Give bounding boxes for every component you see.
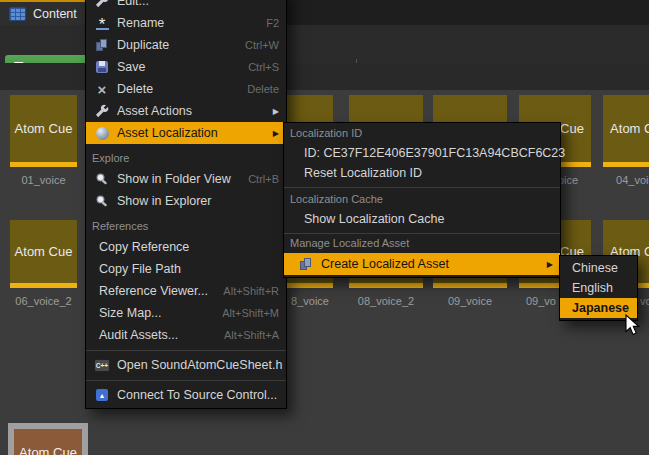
shortcut-label: Ctrl+W xyxy=(235,39,279,51)
pages-icon xyxy=(298,258,314,271)
menu-item-label: Reference Viewer... xyxy=(99,284,208,298)
menu-separator xyxy=(284,229,560,237)
asset-tile[interactable]: Atom Cue04_voic xyxy=(603,95,649,167)
submenu-arrow-icon: ▶ xyxy=(265,107,279,116)
menu-item-create-localized-asset[interactable]: Create Localized Asset▶ xyxy=(284,253,560,275)
menu-item-show-in-explorer[interactable]: Show in Explorer xyxy=(86,190,286,212)
menu-section-localization-cache: Localization Cache xyxy=(284,191,560,209)
menu-item-duplicate[interactable]: DuplicateCtrl+W xyxy=(86,34,286,56)
menu-item-delete[interactable]: ×DeleteDelete xyxy=(86,78,286,100)
asset-tile-label: 08_voice_2 xyxy=(349,295,423,307)
menu-item-label: Delete xyxy=(117,82,153,96)
asset-thumbnail-text: Atom Cue xyxy=(610,121,649,136)
menu-item-label: Size Map... xyxy=(99,306,162,320)
asset-localization-submenu: Localization IDID: CE37F12E406E37901FC13… xyxy=(283,122,561,278)
asset-thumbnail: Atom Cue Sheet xyxy=(14,429,82,455)
asset-tile-selected[interactable]: Atom Cue Sheet Atom09_ Localized Sounds xyxy=(8,423,88,455)
unreal-content-browser: { "tab_bar": { "tab": { "label": "Conten… xyxy=(0,0,649,455)
content-grid-icon xyxy=(9,7,26,21)
menu-item-label: Save xyxy=(117,60,146,74)
asset-type-color-bar xyxy=(10,162,77,167)
magnifier-icon xyxy=(94,194,110,208)
menu-item-label: Show in Explorer xyxy=(117,194,212,208)
menu-item-reset-localization-id[interactable]: Reset Localization ID xyxy=(284,163,560,183)
menu-item-id-ce37f12e406e37901fc13a94cbcf6c23[interactable]: ID: CE37F12E406E37901FC13A94CBCF6C23 xyxy=(284,143,560,163)
menu-item-copy-reference[interactable]: Copy Reference xyxy=(86,236,286,258)
magnifier-icon xyxy=(94,172,110,186)
asset-tile[interactable]: Atom Cue06_voice_2 xyxy=(10,220,77,288)
asset-type-color-bar xyxy=(603,162,649,167)
submenu-arrow-icon: ▶ xyxy=(265,129,279,138)
menu-item-save[interactable]: SaveCtrl+S xyxy=(86,56,286,78)
asset-tile-label: 04_voic xyxy=(599,174,649,186)
menu-item-edit[interactable]: Edit... xyxy=(86,0,286,12)
shortcut-label: F2 xyxy=(256,17,279,29)
shortcut-label: Alt+Shift+M xyxy=(212,307,279,319)
tab-content[interactable]: Content xyxy=(0,0,88,25)
menu-item-label: Open SoundAtomCueSheet.h xyxy=(117,358,282,372)
rename-icon: * xyxy=(94,16,110,30)
menu-item-label: English xyxy=(572,281,613,295)
shortcut-label: Alt+Shift+R xyxy=(213,285,279,297)
menu-item-reference-viewer[interactable]: Reference Viewer...Alt+Shift+R xyxy=(86,280,286,302)
menu-separator xyxy=(86,346,286,354)
menu-item-label: Japanese xyxy=(572,301,629,315)
menu-item-show-in-folder-view[interactable]: Show in Folder ViewCtrl+B xyxy=(86,168,286,190)
menu-item-label: Show Localization Cache xyxy=(304,212,444,226)
menu-section-manage-localized-asset: Manage Localized Asset xyxy=(284,237,560,253)
menu-section-explore: Explore xyxy=(86,144,286,168)
menu-separator xyxy=(86,376,286,384)
create-localized-asset-submenu: ChineseEnglishJapanese xyxy=(559,255,638,321)
menu-item-audit-assets[interactable]: Audit Assets...Alt+Shift+A xyxy=(86,324,286,346)
menu-item-label: Duplicate xyxy=(117,38,169,52)
context-menu: Edit...*RenameF2DuplicateCtrl+WSaveCtrl+… xyxy=(85,0,287,409)
asset-tile-label: 06_voice_2 xyxy=(10,295,77,307)
menu-item-label: Asset Localization xyxy=(117,126,218,140)
submenu-arrow-icon: ▶ xyxy=(539,260,553,269)
menu-section-localization-id: Localization ID xyxy=(284,125,560,143)
menu-item-open-soundatomcuesheet-h[interactable]: C++Open SoundAtomCueSheet.h xyxy=(86,354,286,376)
menu-item-show-localization-cache[interactable]: Show Localization Cache xyxy=(284,209,560,229)
pages-icon xyxy=(94,39,110,52)
menu-item-label: Reset Localization ID xyxy=(304,166,422,180)
menu-item-label: Edit... xyxy=(117,0,149,8)
menu-item-label: Audit Assets... xyxy=(99,328,178,342)
menu-item-chinese[interactable]: Chinese xyxy=(560,258,637,278)
source-control-icon: ▲ xyxy=(94,389,110,401)
menu-item-asset-actions[interactable]: Asset Actions▶ xyxy=(86,100,286,122)
shortcut-label: Delete xyxy=(237,83,279,95)
menu-item-label: Asset Actions xyxy=(117,104,192,118)
asset-tile-label: 09_voice xyxy=(433,295,507,307)
delete-icon: × xyxy=(94,82,110,97)
menu-item-label: Chinese xyxy=(572,261,618,275)
menu-item-label: Rename xyxy=(117,16,164,30)
menu-item-size-map[interactable]: Size Map...Alt+Shift+M xyxy=(86,302,286,324)
menu-separator xyxy=(284,183,560,191)
asset-type-color-bar xyxy=(10,283,77,288)
asset-type-color-bar xyxy=(349,283,423,288)
save-icon xyxy=(94,61,110,73)
asset-type-color-bar xyxy=(433,283,507,288)
mouse-cursor xyxy=(625,314,642,341)
shortcut-label: Ctrl+S xyxy=(238,61,279,73)
wrench-icon xyxy=(94,104,110,118)
tab-label: Content xyxy=(33,7,77,21)
cpp-icon: C++ xyxy=(94,359,110,372)
shortcut-label: Alt+Shift+A xyxy=(214,329,279,341)
menu-item-label: Show in Folder View xyxy=(117,172,231,186)
asset-tile[interactable]: Atom Cue01_voice xyxy=(10,95,77,167)
asset-thumbnail-text: Atom Cue xyxy=(15,121,73,136)
menu-item-connect-to-source-control[interactable]: ▲Connect To Source Control... xyxy=(86,384,286,406)
menu-item-label: ID: CE37F12E406E37901FC13A94CBCF6C23 xyxy=(304,146,565,160)
menu-item-copy-file-path[interactable]: Copy File Path xyxy=(86,258,286,280)
menu-item-english[interactable]: English xyxy=(560,278,637,298)
wrench-icon xyxy=(94,0,110,8)
menu-item-label: Connect To Source Control... xyxy=(117,388,277,402)
menu-item-label: Copy File Path xyxy=(99,262,181,276)
menu-item-label: Copy Reference xyxy=(99,240,189,254)
shortcut-label: Ctrl+B xyxy=(238,173,279,185)
menu-section-references: References xyxy=(86,212,286,236)
asset-tile-label: 01_voice xyxy=(10,174,77,186)
menu-item-asset-localization[interactable]: Asset Localization▶ xyxy=(86,122,286,144)
menu-item-rename[interactable]: *RenameF2 xyxy=(86,12,286,34)
